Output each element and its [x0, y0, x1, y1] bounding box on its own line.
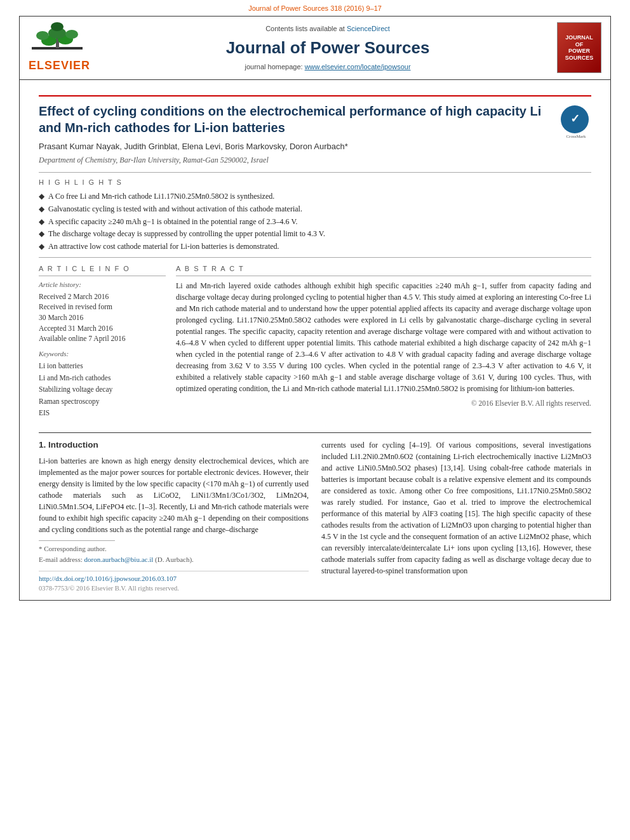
keyword-5: EIS — [39, 407, 166, 418]
article-info-col: A R T I C L E I N F O Article history: R… — [39, 264, 166, 423]
abstract-copyright: © 2016 Elsevier B.V. All rights reserved… — [176, 398, 591, 408]
keyword-1: Li ion batteries — [39, 360, 166, 371]
keyword-3: Stabilizing voltage decay — [39, 383, 166, 395]
rule-after-affiliation — [39, 172, 591, 173]
abstract-heading: A B S T R A C T — [176, 264, 591, 276]
received-revised-date: 30 March 2016 — [39, 312, 166, 323]
affiliation: Department of Chemistry, Bar-Ilan Univer… — [39, 155, 591, 166]
svg-point-7 — [51, 22, 64, 31]
elsevier-logo: ELSEVIER — [29, 22, 105, 74]
homepage-line: journal homepage: www.elsevier.com/locat… — [111, 62, 544, 72]
intro-heading: 1. Introduction — [39, 439, 309, 451]
highlight-item-5: ◆ An attractive low cost cathode materia… — [39, 241, 591, 252]
highlight-bullet-5: ◆ — [39, 241, 44, 252]
svg-point-5 — [36, 31, 49, 40]
crossmark-badge: ✓ CrossMark — [561, 105, 591, 136]
crossmark-label: CrossMark — [561, 134, 591, 140]
article-history-group: Article history: Received 2 March 2016 R… — [39, 280, 166, 344]
abstract-col: A B S T R A C T Li and Mn-rich layered o… — [176, 264, 591, 423]
logo-journal-text: JOURNALOFPOWERSOURCES — [565, 34, 594, 62]
crossmark-icon: ✓ — [561, 105, 589, 133]
highlight-bullet-2: ◆ — [39, 204, 44, 215]
section-divider — [39, 432, 591, 433]
keyword-2: Li and Mn-rich cathodes — [39, 372, 166, 383]
body-right: currents used for cycling [4–19]. Of var… — [321, 439, 591, 593]
accepted-date: Accepted 31 March 2016 — [39, 323, 166, 334]
email-link[interactable]: doron.aurbach@biu.ac.il — [84, 556, 155, 563]
keywords-list: Li ion batteries Li and Mn-rich cathodes… — [39, 360, 166, 418]
journal-center: Contents lists available at ScienceDirec… — [111, 24, 544, 72]
contents-available-line: Contents lists available at ScienceDirec… — [111, 24, 544, 34]
highlight-item-2: ◆ Galvanostatic cycling is tested with a… — [39, 204, 591, 215]
highlight-item-1: ◆ A Co free Li and Mn-rich cathode Li1.1… — [39, 191, 591, 202]
authors: Prasant Kumar Nayak, Judith Grinblat, El… — [39, 141, 591, 152]
highlights-section: H I G H L I G H T S ◆ A Co free Li and M… — [39, 178, 591, 252]
highlights-heading: H I G H L I G H T S — [39, 178, 591, 187]
footer: http://dx.doi.org/10.1016/j.jpowsour.201… — [39, 571, 309, 593]
received-revised-label: Received in revised form — [39, 302, 166, 312]
doi-link[interactable]: http://dx.doi.org/10.1016/j.jpowsour.201… — [39, 575, 177, 582]
keywords-label: Keywords: — [39, 349, 166, 359]
highlight-bullet-4: ◆ — [39, 229, 44, 239]
corresponding-author-note: * Corresponding author. E-mail address: … — [39, 543, 309, 564]
two-col-section: A R T I C L E I N F O Article history: R… — [39, 264, 591, 423]
intro-left-text: Li-ion batteries are known as high energ… — [39, 455, 309, 535]
highlight-item-3: ◆ A specific capacity ≥240 mAh g−1 is ob… — [39, 217, 591, 227]
journal-logo-box: JOURNALOFPOWERSOURCES — [557, 22, 601, 73]
available-date: Available online 7 April 2016 — [39, 333, 166, 344]
rule-after-highlights — [39, 257, 591, 258]
svg-point-6 — [65, 30, 78, 39]
highlight-bullet-1: ◆ — [39, 191, 44, 202]
highlight-bullet-3: ◆ — [39, 217, 44, 227]
received-date: Received 2 March 2016 — [39, 291, 166, 302]
history-label: Article history: — [39, 280, 166, 290]
highlight-item-4: ◆ The discharge voltage decay is suppres… — [39, 229, 591, 239]
body-section: 1. Introduction Li-ion batteries are kno… — [39, 439, 591, 593]
article-title-section: Effect of cycling conditions on the elec… — [39, 95, 591, 136]
journal-header: ELSEVIER Contents lists available at Sci… — [20, 17, 610, 79]
sciencedirect-link[interactable]: ScienceDirect — [347, 25, 390, 32]
elsevier-brand: ELSEVIER — [29, 58, 90, 74]
homepage-link[interactable]: www.elsevier.com/locate/jpowsour — [305, 63, 411, 70]
journal-ref-top: Journal of Power Sources 318 (2016) 9–17 — [0, 0, 630, 16]
article-info-heading: A R T I C L E I N F O — [39, 264, 166, 276]
journal-title: Journal of Power Sources — [111, 36, 544, 59]
footnote-divider — [39, 540, 115, 541]
elsevier-tree-icon — [29, 22, 86, 57]
journal-logo-right: JOURNALOFPOWERSOURCES — [551, 22, 601, 73]
email-line: E-mail address: doron.aurbach@biu.ac.il … — [39, 554, 309, 565]
keyword-4: Raman spectroscopy — [39, 396, 166, 407]
abstract-text: Li and Mn-rich layered oxide cathodes al… — [176, 280, 591, 394]
intro-right-text: currents used for cycling [4–19]. Of var… — [321, 439, 591, 577]
main-content: Effect of cycling conditions on the elec… — [20, 80, 610, 600]
article-title: Effect of cycling conditions on the elec… — [39, 103, 561, 136]
body-left: 1. Introduction Li-ion batteries are kno… — [39, 439, 309, 593]
keywords-group: Keywords: Li ion batteries Li and Mn-ric… — [39, 349, 166, 418]
